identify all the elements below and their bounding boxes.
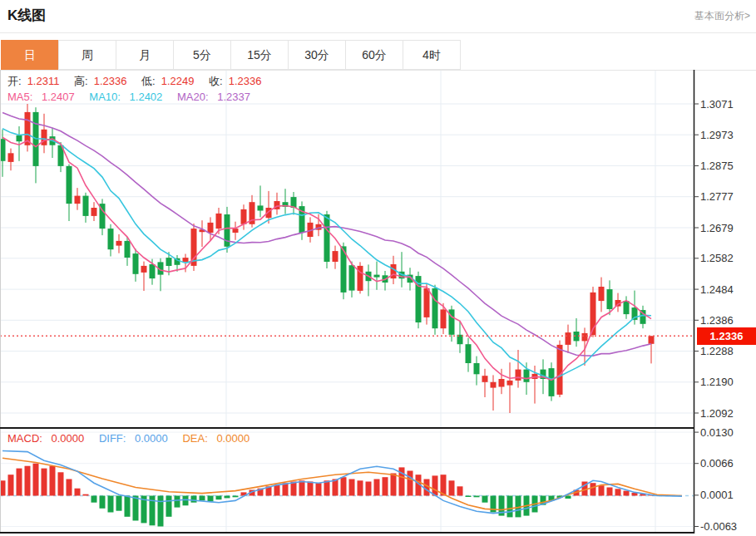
- candle-body: [424, 288, 430, 317]
- candle-body: [566, 332, 571, 345]
- macd-bar: [216, 496, 222, 500]
- macd-bar: [408, 471, 413, 496]
- macd-bar: [17, 469, 22, 496]
- macd-bar: [42, 469, 47, 496]
- close-label: 收:1.2336: [209, 75, 267, 87]
- candle-body: [507, 381, 513, 386]
- tab-5min[interactable]: 5分: [173, 40, 231, 70]
- candle-body: [166, 258, 172, 266]
- ma-legend: MA5: 1.2407 MA10: 1.2402 MA20: 1.2337: [7, 91, 262, 103]
- candle-body: [116, 241, 122, 246]
- macd-bar: [116, 496, 122, 511]
- tab-month[interactable]: 月: [116, 40, 174, 70]
- ma5-value: 1.2407: [42, 91, 75, 103]
- candle-body: [241, 209, 247, 224]
- candle-body: [141, 266, 147, 273]
- candle-body: [233, 229, 239, 233]
- candle-body: [258, 205, 264, 210]
- candle-body: [482, 376, 488, 382]
- macd-bar: [166, 496, 172, 517]
- macd-bar: [175, 496, 180, 508]
- price-axis-label: 1.2190: [700, 376, 734, 388]
- macd-bar: [624, 491, 630, 496]
- ma20-value: 1.2337: [217, 91, 250, 103]
- macd-bar: [50, 466, 56, 496]
- candle-body: [499, 379, 505, 387]
- open-label: 开:1.2311: [7, 75, 65, 87]
- macd-bar: [225, 496, 230, 499]
- macd-bar: [507, 496, 513, 518]
- macd-bar: [83, 494, 89, 496]
- diff-value: 0.0000: [135, 432, 168, 445]
- open-value: 1.2311: [27, 75, 60, 87]
- candle-body: [349, 265, 355, 290]
- macd-bar: [58, 472, 64, 495]
- macd-bar: [590, 483, 596, 495]
- macd-bar: [482, 496, 488, 503]
- macd-bar: [75, 489, 81, 496]
- macd-bar: [333, 479, 338, 496]
- candle-body: [549, 368, 555, 396]
- tab-60min[interactable]: 60分: [345, 40, 403, 70]
- candle-body: [491, 382, 497, 388]
- ma10-value: 1.2402: [130, 91, 163, 103]
- candle-body: [83, 196, 89, 216]
- price-axis-label: 1.2288: [700, 345, 734, 357]
- macd-bar: [349, 479, 355, 496]
- macd-bar: [283, 483, 289, 495]
- candle-body: [516, 370, 521, 381]
- macd-bar: [432, 475, 438, 495]
- macd-bar: [25, 466, 31, 496]
- macd-bar: [133, 496, 139, 521]
- candle-body: [17, 135, 22, 141]
- macd-bar: [108, 496, 114, 513]
- tab-4hour[interactable]: 4时: [403, 40, 461, 70]
- kline-page: K线图 基本面分析> 日周月5分15分30分60分4时 1.30711.2973…: [0, 0, 756, 536]
- candle-body: [42, 130, 47, 145]
- price-axis-label: 1.2973: [700, 129, 734, 141]
- candle-body: [474, 363, 480, 374]
- macd-bar: [358, 480, 363, 495]
- header-divider: [0, 32, 756, 33]
- macd-bar: [274, 485, 280, 496]
- price-axis-label: 1.2386: [700, 314, 734, 327]
- macd-bar: [91, 496, 97, 503]
- macd-bar: [183, 496, 189, 506]
- tab-day[interactable]: 日: [1, 40, 59, 70]
- close-value: 1.2336: [229, 75, 262, 87]
- macd-bar: [125, 496, 131, 517]
- dea-value-legend: DEA: 0.0000: [182, 432, 255, 445]
- high-value: 1.2336: [94, 75, 127, 87]
- current-price-badge: 1.2336: [697, 327, 756, 345]
- fundamental-analysis-link[interactable]: 基本面分析>: [694, 9, 750, 23]
- macd-bar: [391, 474, 397, 496]
- ma20-legend: MA20: 1.2337: [177, 91, 256, 103]
- candle-body: [582, 333, 588, 342]
- page-title: K线图: [7, 6, 46, 25]
- candle-body: [216, 214, 222, 229]
- candle-body: [150, 264, 156, 278]
- macd-bar: [208, 496, 214, 502]
- tab-bar: 日周月5分15分30分60分4时: [2, 40, 461, 70]
- macd-bar: [366, 482, 372, 496]
- low-value: 1.2249: [161, 75, 195, 87]
- macd-legend: MACD: 0.0000 DIFF: 0.0000 DEA: 0.0000: [7, 432, 261, 445]
- tab-week[interactable]: 周: [58, 40, 116, 70]
- candle-body: [524, 370, 530, 382]
- candle-body: [8, 153, 14, 162]
- price-axis-label: 1.2679: [700, 222, 734, 234]
- macd-bar: [383, 477, 388, 495]
- low-label: 低:1.2249: [141, 75, 200, 87]
- tab-15min[interactable]: 15分: [230, 40, 289, 70]
- candle-body: [374, 275, 380, 278]
- macd-bar: [607, 488, 613, 496]
- candle-body: [649, 336, 655, 344]
- macd-bar: [316, 483, 322, 495]
- candle-body: [67, 166, 72, 204]
- macd-bar: [8, 475, 14, 495]
- macd-bar: [233, 496, 239, 498]
- tab-30min[interactable]: 30分: [288, 40, 346, 70]
- candle-body: [432, 288, 438, 328]
- macd-bar: [599, 485, 605, 495]
- candle-body: [91, 208, 97, 216]
